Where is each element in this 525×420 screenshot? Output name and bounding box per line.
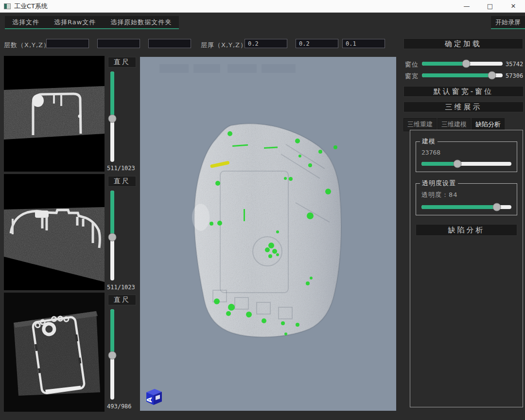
layers-y-input[interactable] — [97, 39, 140, 48]
titlebar: 工业CT系统 — □ ✕ — [0, 0, 525, 13]
thickness-x-input[interactable] — [245, 39, 287, 48]
defect-analysis-panel: 建模 23768 透明度设置 透明度：84 缺陷分析 — [410, 130, 523, 407]
ruler-button-top[interactable]: 直尺 — [108, 57, 136, 68]
industrial-ct-app: 工业CT系统 — □ ✕ 选择文件 选择Raw文件 选择原始数据文件夹 开始录屏… — [0, 0, 525, 420]
minimize-icon[interactable]: — — [455, 0, 478, 12]
opacity-group-title: 透明度设置 — [420, 179, 458, 188]
ct-slice-image-bottom[interactable] — [4, 293, 105, 412]
tab-3d-reconstruction[interactable]: 三维重建 — [403, 118, 437, 131]
ruler-button-bottom[interactable]: 直尺 — [108, 295, 136, 305]
select-file-button[interactable]: 选择文件 — [5, 16, 47, 28]
layers-x-input[interactable] — [46, 39, 89, 48]
window-width-label: 窗宽 — [405, 72, 419, 81]
ct-slice-image-top[interactable] — [4, 56, 105, 172]
slice-position-top: 511/1023 — [107, 165, 138, 172]
analysis-tabs: 三维重建 三维建模 缺陷分析 — [403, 118, 505, 131]
opacity-group: 透明度设置 透明度：84 — [416, 179, 517, 215]
window-width-value: 57306 — [506, 72, 523, 79]
close-icon[interactable]: ✕ — [502, 0, 525, 12]
default-window-button[interactable]: 默认窗宽-窗位 — [403, 86, 524, 97]
thickness-xyz-label: 层厚（X,Y,Z） — [201, 41, 247, 50]
modeling-value: 23768 — [421, 149, 513, 156]
tab-3d-modeling[interactable]: 三维建模 — [438, 118, 471, 131]
opacity-slider[interactable] — [421, 205, 511, 209]
window-controls: — □ ✕ — [455, 0, 525, 12]
confirm-load-button[interactable]: 确定加载 — [403, 38, 523, 49]
ghost-toolbar-reflection — [159, 64, 296, 73]
ct-slice-image-middle[interactable] — [4, 174, 105, 290]
modeling-slider[interactable] — [421, 162, 511, 166]
opacity-value-label: 透明度：84 — [421, 191, 513, 199]
defect-analysis-button[interactable]: 缺陷分析 — [416, 224, 517, 236]
window-level-value: 35742 — [506, 61, 523, 68]
window-level-slider[interactable] — [422, 62, 503, 66]
start-recording-button[interactable]: 开始录屏 — [491, 16, 525, 29]
viewer-cube-logo: A — [144, 386, 163, 406]
ruler-button-middle[interactable]: 直尺 — [108, 176, 136, 187]
layers-z-input[interactable] — [148, 39, 191, 48]
layers-xyz-label: 层数（X,Y,Z） — [4, 41, 50, 50]
tab-defect-analysis[interactable]: 缺陷分析 — [472, 118, 505, 131]
modeling-group-title: 建模 — [420, 137, 438, 146]
slice-position-middle: 511/1023 — [107, 284, 138, 291]
thickness-z-input[interactable] — [342, 39, 385, 48]
render-3d-viewport[interactable]: A — [140, 57, 396, 411]
modeling-group: 建模 23768 — [416, 137, 517, 172]
svg-text:A: A — [145, 397, 153, 402]
window-level-label: 窗位 — [405, 60, 419, 69]
select-raw-data-folder-button[interactable]: 选择原始数据文件夹 — [103, 16, 179, 28]
window-title: 工业CT系统 — [14, 2, 48, 11]
select-raw-file-button[interactable]: 选择Raw文件 — [47, 16, 103, 28]
show-3d-button[interactable]: 三维展示 — [403, 102, 524, 112]
slice-position-bottom: 493/986 — [107, 403, 138, 410]
thickness-y-input[interactable] — [296, 39, 338, 48]
slice-slider-middle[interactable] — [110, 191, 114, 280]
maximize-icon[interactable]: □ — [478, 0, 502, 12]
window-width-slider[interactable] — [422, 73, 503, 77]
app-icon — [4, 3, 11, 9]
slice-slider-top[interactable] — [110, 71, 114, 162]
slice-slider-bottom[interactable] — [110, 309, 114, 400]
file-toolbar: 选择文件 选择Raw文件 选择原始数据文件夹 — [5, 16, 179, 29]
scanned-part-3d — [192, 123, 341, 337]
